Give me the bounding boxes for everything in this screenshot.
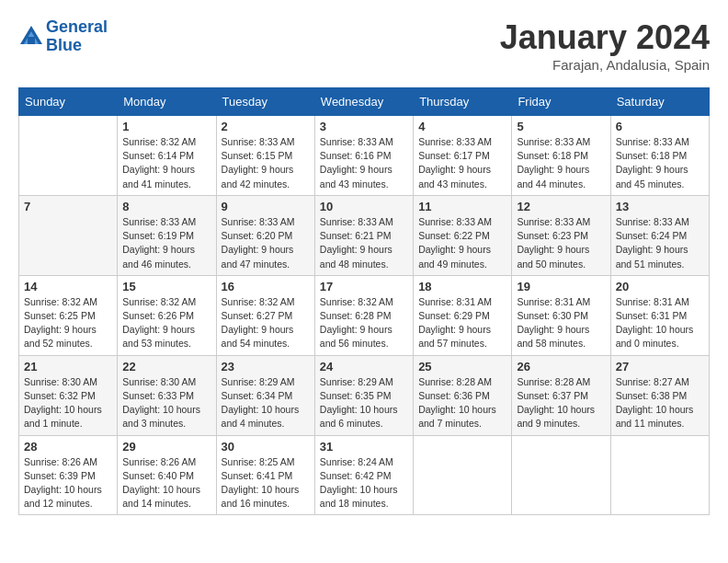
calendar-cell: [414, 435, 512, 515]
location-title: Farajan, Andalusia, Spain: [500, 57, 710, 73]
calendar-cell: 10Sunrise: 8:33 AMSunset: 6:21 PMDayligh…: [314, 195, 413, 275]
day-info: Sunrise: 8:29 AMSunset: 6:34 PMDaylight:…: [222, 375, 310, 431]
calendar-cell: 19Sunrise: 8:31 AMSunset: 6:30 PMDayligh…: [512, 275, 610, 355]
calendar-cell: 23Sunrise: 8:29 AMSunset: 6:34 PMDayligh…: [216, 355, 314, 435]
day-number: 7: [24, 200, 112, 213]
day-number: 28: [24, 440, 112, 454]
weekday-header-monday: Monday: [118, 88, 216, 116]
day-number: 4: [418, 120, 506, 133]
day-number: 10: [320, 200, 408, 213]
weekday-header-saturday: Saturday: [610, 88, 709, 116]
svg-rect-2: [28, 37, 35, 44]
calendar-cell: 4Sunrise: 8:33 AMSunset: 6:17 PMDaylight…: [414, 116, 512, 196]
calendar-cell: 22Sunrise: 8:30 AMSunset: 6:33 PMDayligh…: [118, 355, 216, 435]
logo: General Blue: [18, 18, 108, 55]
calendar-cell: 7: [19, 195, 118, 275]
day-info: Sunrise: 8:32 AMSunset: 6:26 PMDaylight:…: [122, 295, 210, 351]
day-info: Sunrise: 8:33 AMSunset: 6:19 PMDaylight:…: [122, 215, 210, 271]
day-number: 8: [122, 200, 210, 213]
day-number: 14: [24, 280, 112, 293]
day-info: Sunrise: 8:28 AMSunset: 6:37 PMDaylight:…: [517, 375, 605, 431]
day-number: 27: [616, 360, 704, 373]
day-info: Sunrise: 8:29 AMSunset: 6:35 PMDaylight:…: [320, 375, 408, 431]
day-number: 24: [320, 360, 408, 373]
calendar-week-4: 21Sunrise: 8:30 AMSunset: 6:32 PMDayligh…: [19, 355, 710, 435]
calendar-cell: 13Sunrise: 8:33 AMSunset: 6:24 PMDayligh…: [610, 195, 709, 275]
calendar-cell: 15Sunrise: 8:32 AMSunset: 6:26 PMDayligh…: [118, 275, 216, 355]
day-info: Sunrise: 8:32 AMSunset: 6:25 PMDaylight:…: [24, 295, 112, 351]
calendar-cell: 14Sunrise: 8:32 AMSunset: 6:25 PMDayligh…: [19, 275, 118, 355]
day-info: Sunrise: 8:33 AMSunset: 6:20 PMDaylight:…: [222, 215, 310, 271]
calendar-cell: [19, 116, 118, 196]
day-info: Sunrise: 8:26 AMSunset: 6:40 PMDaylight:…: [122, 455, 210, 511]
calendar-cell: 18Sunrise: 8:31 AMSunset: 6:29 PMDayligh…: [414, 275, 512, 355]
day-number: 29: [122, 440, 210, 454]
calendar-cell: 31Sunrise: 8:24 AMSunset: 6:42 PMDayligh…: [314, 435, 413, 515]
day-number: 5: [517, 120, 605, 133]
calendar-cell: [610, 435, 709, 515]
calendar-cell: 20Sunrise: 8:31 AMSunset: 6:31 PMDayligh…: [610, 275, 709, 355]
day-number: 19: [517, 280, 605, 293]
calendar-cell: 11Sunrise: 8:33 AMSunset: 6:22 PMDayligh…: [414, 195, 512, 275]
day-info: Sunrise: 8:30 AMSunset: 6:32 PMDaylight:…: [24, 375, 112, 431]
day-info: Sunrise: 8:33 AMSunset: 6:18 PMDaylight:…: [616, 135, 704, 191]
day-number: 18: [418, 280, 506, 293]
calendar-week-2: 78Sunrise: 8:33 AMSunset: 6:19 PMDayligh…: [19, 195, 710, 275]
calendar-cell: [512, 435, 610, 515]
day-info: Sunrise: 8:31 AMSunset: 6:29 PMDaylight:…: [418, 295, 506, 351]
day-number: 16: [222, 280, 310, 293]
day-info: Sunrise: 8:33 AMSunset: 6:18 PMDaylight:…: [517, 135, 605, 191]
day-number: 22: [122, 360, 210, 373]
day-info: Sunrise: 8:31 AMSunset: 6:31 PMDaylight:…: [616, 295, 704, 351]
day-number: 3: [320, 120, 408, 133]
day-number: 6: [616, 120, 704, 133]
calendar-cell: 25Sunrise: 8:28 AMSunset: 6:36 PMDayligh…: [414, 355, 512, 435]
day-info: Sunrise: 8:33 AMSunset: 6:24 PMDaylight:…: [616, 215, 704, 271]
calendar-cell: 8Sunrise: 8:33 AMSunset: 6:19 PMDaylight…: [118, 195, 216, 275]
logo-text: General Blue: [46, 18, 108, 55]
day-number: 13: [616, 200, 704, 213]
weekday-header-sunday: Sunday: [19, 88, 118, 116]
calendar-cell: 12Sunrise: 8:33 AMSunset: 6:23 PMDayligh…: [512, 195, 610, 275]
logo-icon: [18, 24, 44, 50]
calendar-week-3: 14Sunrise: 8:32 AMSunset: 6:25 PMDayligh…: [19, 275, 710, 355]
day-number: 25: [418, 360, 506, 373]
day-info: Sunrise: 8:25 AMSunset: 6:41 PMDaylight:…: [222, 455, 310, 511]
weekday-header-thursday: Thursday: [414, 88, 512, 116]
weekday-header-wednesday: Wednesday: [314, 88, 413, 116]
day-info: Sunrise: 8:33 AMSunset: 6:15 PMDaylight:…: [222, 135, 310, 191]
day-number: 20: [616, 280, 704, 293]
calendar-cell: 26Sunrise: 8:28 AMSunset: 6:37 PMDayligh…: [512, 355, 610, 435]
day-info: Sunrise: 8:32 AMSunset: 6:27 PMDaylight:…: [222, 295, 310, 351]
day-info: Sunrise: 8:30 AMSunset: 6:33 PMDaylight:…: [122, 375, 210, 431]
calendar-cell: 5Sunrise: 8:33 AMSunset: 6:18 PMDaylight…: [512, 116, 610, 196]
day-info: Sunrise: 8:26 AMSunset: 6:39 PMDaylight:…: [24, 455, 112, 511]
weekday-header-friday: Friday: [512, 88, 610, 116]
calendar-week-5: 28Sunrise: 8:26 AMSunset: 6:39 PMDayligh…: [19, 435, 710, 515]
calendar-cell: 17Sunrise: 8:32 AMSunset: 6:28 PMDayligh…: [314, 275, 413, 355]
day-number: 30: [222, 440, 310, 454]
day-number: 15: [122, 280, 210, 293]
day-number: 23: [222, 360, 310, 373]
calendar-cell: 16Sunrise: 8:32 AMSunset: 6:27 PMDayligh…: [216, 275, 314, 355]
day-info: Sunrise: 8:33 AMSunset: 6:17 PMDaylight:…: [418, 135, 506, 191]
calendar-cell: 6Sunrise: 8:33 AMSunset: 6:18 PMDaylight…: [610, 116, 709, 196]
day-info: Sunrise: 8:33 AMSunset: 6:21 PMDaylight:…: [320, 215, 408, 271]
calendar-cell: 9Sunrise: 8:33 AMSunset: 6:20 PMDaylight…: [216, 195, 314, 275]
day-info: Sunrise: 8:31 AMSunset: 6:30 PMDaylight:…: [517, 295, 605, 351]
calendar-table: SundayMondayTuesdayWednesdayThursdayFrid…: [18, 87, 710, 515]
day-info: Sunrise: 8:33 AMSunset: 6:22 PMDaylight:…: [418, 215, 506, 271]
day-info: Sunrise: 8:33 AMSunset: 6:23 PMDaylight:…: [517, 215, 605, 271]
weekday-header-row: SundayMondayTuesdayWednesdayThursdayFrid…: [19, 88, 710, 116]
weekday-header-tuesday: Tuesday: [216, 88, 314, 116]
header: General Blue January 2024 Farajan, Andal…: [18, 18, 710, 73]
day-number: 21: [24, 360, 112, 373]
month-title: January 2024: [500, 18, 710, 57]
day-number: 9: [222, 200, 310, 213]
day-number: 2: [222, 120, 310, 133]
calendar-cell: 1Sunrise: 8:32 AMSunset: 6:14 PMDaylight…: [118, 116, 216, 196]
day-number: 11: [418, 200, 506, 213]
day-number: 1: [122, 120, 210, 133]
calendar-cell: 27Sunrise: 8:27 AMSunset: 6:38 PMDayligh…: [610, 355, 709, 435]
day-info: Sunrise: 8:24 AMSunset: 6:42 PMDaylight:…: [320, 455, 408, 511]
